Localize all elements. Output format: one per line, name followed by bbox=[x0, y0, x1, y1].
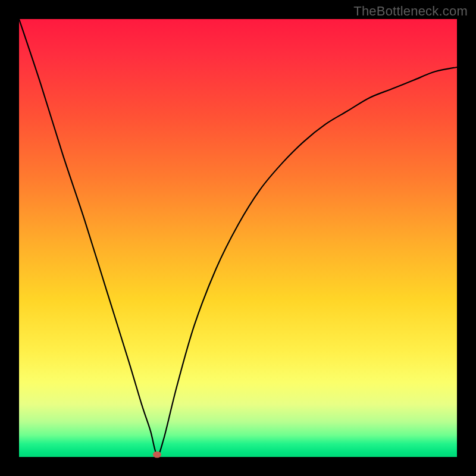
chart-frame: TheBottleneck.com bbox=[0, 0, 476, 476]
minimum-marker bbox=[153, 452, 161, 458]
watermark-text: TheBottleneck.com bbox=[353, 4, 468, 19]
bottleneck-curve bbox=[19, 19, 457, 457]
plot-area bbox=[19, 19, 457, 457]
